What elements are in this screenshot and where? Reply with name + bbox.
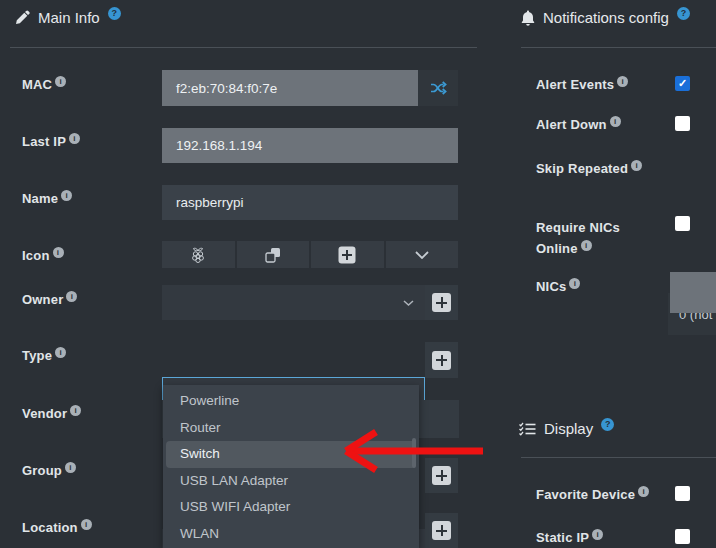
bell-icon [521,10,535,26]
info-icon[interactable] [66,291,77,302]
type-dropdown-menu: Powerline Router Switch USB LAN Adapter … [163,385,419,548]
copy-icon-button[interactable] [237,241,310,268]
dropdown-option[interactable]: Powerline [163,388,419,415]
info-icon[interactable] [638,486,649,497]
last-ip-input[interactable]: 192.168.1.194 [162,128,458,163]
notifications-header: Notifications config [521,9,690,26]
alert-down-label: Alert Down [536,117,621,132]
alert-events-checkbox[interactable] [675,76,690,91]
skip-repeated-label: Skip Repeated [536,161,642,176]
display-header: Display [519,420,614,437]
info-icon[interactable] [70,405,81,416]
last-ip-label: Last IP [22,134,80,149]
randomize-mac-button[interactable] [418,70,458,106]
info-icon[interactable] [69,133,80,144]
square-plus-icon [432,351,451,370]
info-icon[interactable] [61,190,72,201]
group-label: Group [22,463,76,478]
favorite-device-label: Favorite Device [536,487,649,502]
help-icon[interactable] [677,7,690,20]
copy-icon [265,247,281,263]
mac-input[interactable]: f2:eb:70:84:f0:7e [162,70,418,106]
vendor-label: Vendor [22,406,81,421]
current-icon-button[interactable] [162,241,235,268]
chevron-down-icon [415,251,429,259]
help-icon[interactable] [601,418,614,431]
main-info-header: Main Info [15,9,121,26]
mac-label: MAC [22,77,66,92]
info-icon[interactable] [592,529,603,540]
info-icon[interactable] [55,347,66,358]
info-icon[interactable] [569,278,580,289]
info-icon[interactable] [617,76,628,87]
pencil-icon [15,10,30,25]
name-label: Name [22,191,72,206]
dropdown-option[interactable]: Router [163,415,419,442]
notifications-title: Notifications config [543,9,669,26]
alert-events-label: Alert Events [536,77,628,92]
add-icon-button[interactable] [311,241,384,268]
add-owner-button[interactable] [425,285,458,320]
add-group-button[interactable] [425,458,458,493]
device-edit-page: Main Info MAC Last IP Name Icon Owner Ty… [0,0,716,548]
info-icon[interactable] [81,519,92,530]
mac-row: f2:eb:70:84:f0:7e [162,70,458,106]
display-divider [521,457,716,458]
info-icon[interactable] [581,240,592,251]
dropdown-scrollbar[interactable] [412,438,416,468]
dropdown-option[interactable]: USB LAN Adapter [163,468,419,495]
nics-multiselect[interactable] [670,272,716,313]
list-check-icon [519,422,536,436]
info-icon[interactable] [55,76,66,87]
notifications-divider [521,47,716,48]
info-icon[interactable] [53,247,64,258]
info-icon[interactable] [610,116,621,127]
icon-label: Icon [22,248,64,263]
type-label: Type [22,348,66,363]
square-plus-icon [432,293,451,312]
chevron-down-icon [403,300,414,306]
shuffle-icon [430,81,447,95]
static-ip-checkbox[interactable] [675,529,690,544]
location-label: Location [22,520,92,535]
owner-select[interactable] [162,285,425,320]
info-icon[interactable] [65,462,76,473]
dropdown-option-highlighted[interactable]: Switch [166,441,416,468]
require-nics-checkbox[interactable] [675,216,690,231]
dropdown-option[interactable]: USB WIFI Adapter [163,494,419,521]
main-info-title: Main Info [38,9,100,26]
main-info-divider [10,47,477,48]
info-icon[interactable] [631,160,642,171]
dropdown-option[interactable]: WLAN [163,521,419,548]
help-icon[interactable] [108,7,121,20]
display-title: Display [544,420,593,437]
raspberry-pi-icon [191,247,205,263]
square-plus-icon [432,521,451,540]
add-type-button[interactable] [425,342,458,378]
icon-toolbar [162,241,458,268]
nics-label: NICs [536,279,580,294]
require-nics-label: Require NICs Online [536,217,620,259]
alert-down-checkbox[interactable] [675,116,690,131]
add-location-button[interactable] [425,513,458,548]
static-ip-label: Static IP [536,530,603,545]
expand-icons-button[interactable] [386,241,459,268]
favorite-device-checkbox[interactable] [675,486,690,501]
square-plus-icon [338,246,356,264]
owner-label: Owner [22,292,77,307]
name-input[interactable]: raspberrypi [162,185,458,220]
square-plus-icon [432,466,451,485]
